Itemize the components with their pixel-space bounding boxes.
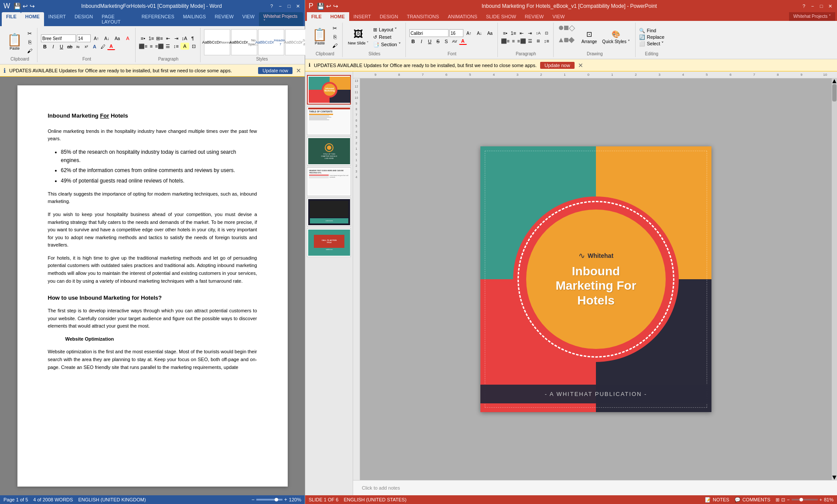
- scroll-thumb[interactable]: [832, 84, 837, 101]
- decrease-indent-btn[interactable]: ⇤: [164, 35, 172, 42]
- line-spacing-btn[interactable]: ↕≡: [172, 43, 180, 50]
- underline-button[interactable]: U: [58, 43, 65, 50]
- section-button[interactable]: 📑 Section ˅: [371, 41, 403, 48]
- font-size-input[interactable]: [77, 34, 91, 42]
- ppt-font-size-input[interactable]: [449, 29, 463, 37]
- style-heading7[interactable]: AaBbCcDrHeading 7: [258, 29, 284, 55]
- ppt-align-left-btn[interactable]: ⬛≡: [501, 37, 509, 44]
- slide-thumb-2[interactable]: 2 TABLE OF CONTENTS: [307, 106, 351, 135]
- ppt-redo-icon[interactable]: ↪: [333, 3, 338, 10]
- ppt-copy-button[interactable]: ⎘: [330, 33, 340, 41]
- clear-format-btn[interactable]: A: [123, 34, 133, 42]
- ppt-italic-button[interactable]: I: [418, 38, 425, 45]
- slide-thumb-4[interactable]: 4 HEADER TEXT GOES HERE AND CAN BE TRUST…: [307, 167, 351, 196]
- sort-btn[interactable]: ↕A: [180, 35, 188, 42]
- save-icon[interactable]: 💾: [14, 3, 21, 10]
- ppt-find-button[interactable]: 🔍 Find: [639, 28, 664, 34]
- ppt-select-button[interactable]: ⬜ Select ˅: [639, 41, 664, 47]
- slide-thumb-6[interactable]: 6 CALL-TO-ACTIONTITLE subtitle text: [307, 228, 351, 257]
- slide-panel[interactable]: 1 InboundMarketing: [305, 71, 353, 495]
- border-btn[interactable]: ⊡: [190, 43, 197, 50]
- bullet-list-btn[interactable]: ≡•: [139, 35, 147, 42]
- font-name-input[interactable]: [41, 34, 76, 42]
- ppt-font-name-input[interactable]: [409, 29, 449, 37]
- style-normal[interactable]: AaBbCcDrNormal: [204, 29, 230, 55]
- align-center-btn[interactable]: ≡: [147, 43, 155, 50]
- ppt-strikethrough-button[interactable]: S: [434, 38, 442, 45]
- ppt-replace-button[interactable]: 🔄 Replace: [639, 34, 664, 40]
- ppt-underline-button[interactable]: U: [426, 38, 434, 45]
- shape-diamond2[interactable]: [568, 37, 575, 43]
- font-color-button[interactable]: A: [107, 43, 115, 50]
- shading-btn[interactable]: A: [180, 43, 189, 50]
- ppt-tab-transitions[interactable]: TRANSITIONS: [402, 12, 443, 21]
- ppt-undo-icon[interactable]: ↩: [326, 3, 331, 10]
- ppt-update-btn[interactable]: Update now: [540, 62, 575, 69]
- layout-button[interactable]: ⊞ Layout ˅: [371, 27, 403, 33]
- ppt-numbered-btn[interactable]: 1≡: [510, 30, 517, 37]
- new-slide-button[interactable]: 🖼 New Slide ˅: [346, 27, 371, 47]
- ppt-tab-file[interactable]: FILE: [307, 12, 326, 21]
- numbered-list-btn[interactable]: 1≡: [147, 35, 155, 42]
- decrease-font-btn[interactable]: A↓: [102, 34, 112, 42]
- ppt-zoom-out-btn[interactable]: −: [787, 497, 789, 502]
- slide-thumb-3[interactable]: 3 TITLE OF THISCHAPTER SHOULDLIVE HERE: [307, 137, 351, 166]
- ppt-convert-smart-art-btn[interactable]: ⊡: [543, 30, 551, 37]
- slide-thumb-5[interactable]: 5 content area: [307, 198, 351, 227]
- ppt-decrease-font-btn[interactable]: A↓: [475, 29, 484, 37]
- cut-button[interactable]: ✂: [25, 30, 34, 37]
- minimize-btn[interactable]: −: [277, 3, 284, 10]
- tab-view[interactable]: VIEW: [238, 12, 259, 26]
- ppt-shadow-button[interactable]: S: [442, 38, 450, 45]
- ppt-format-painter-button[interactable]: 🖌: [330, 42, 340, 50]
- word-zoom-out-btn[interactable]: −: [252, 497, 255, 503]
- ppt-tab-view[interactable]: VIEW: [548, 12, 569, 21]
- word-doc-area[interactable]: Inbound Marketing For Hotels Online mark…: [0, 77, 305, 495]
- ppt-comments-icon[interactable]: 💬: [735, 497, 741, 503]
- word-zoom-in-btn[interactable]: +: [284, 497, 287, 503]
- ppt-update-close[interactable]: ✕: [578, 62, 583, 69]
- text-effect-button[interactable]: A: [91, 43, 99, 50]
- copy-button[interactable]: ⎘: [25, 38, 34, 46]
- show-paragraph-btn[interactable]: ¶: [189, 35, 197, 42]
- scroll-up-btn[interactable]: ▲: [832, 78, 837, 84]
- ppt-notes-area[interactable]: Click to add notes: [353, 480, 837, 495]
- tab-references[interactable]: REFERENCES: [137, 12, 179, 26]
- increase-indent-btn[interactable]: ⇥: [172, 35, 180, 42]
- ppt-paste-button[interactable]: 📋 Paste: [310, 27, 329, 47]
- increase-font-btn[interactable]: A↑: [92, 34, 101, 42]
- change-case-btn[interactable]: Aa: [112, 34, 122, 42]
- shape-circle[interactable]: [559, 26, 563, 30]
- ppt-char-spacing-btn[interactable]: AV: [451, 38, 459, 45]
- tab-insert[interactable]: INSERT: [44, 12, 70, 26]
- redo-icon[interactable]: ↪: [30, 3, 35, 10]
- ppt-view-slide-sorter-btn[interactable]: ⊡: [781, 497, 785, 503]
- shape-diamond[interactable]: [569, 25, 575, 31]
- word-zoom-slider[interactable]: [256, 499, 282, 501]
- ppt-close-btn[interactable]: ✕: [827, 3, 834, 10]
- ppt-scrollbar-v[interactable]: ▲ ▼: [832, 78, 837, 480]
- ppt-tab-review[interactable]: REVIEW: [521, 12, 548, 21]
- multilevel-list-btn[interactable]: ⊞≡: [156, 35, 163, 42]
- shape-rect[interactable]: [564, 26, 568, 30]
- ppt-font-color-btn[interactable]: A: [459, 38, 467, 45]
- ppt-text-direction-btn[interactable]: ↕A: [534, 30, 542, 37]
- text-highlight-button[interactable]: 🖊: [99, 43, 107, 50]
- bold-button[interactable]: B: [41, 43, 49, 50]
- align-left-btn[interactable]: ⬛≡: [139, 43, 147, 50]
- tab-home[interactable]: HOME: [21, 12, 44, 26]
- close-btn[interactable]: ✕: [294, 3, 301, 10]
- whitehat-projects-btn[interactable]: Whitehat Projects ˅: [259, 12, 303, 26]
- justify-btn[interactable]: ☰: [164, 43, 172, 50]
- ppt-zoom-in-btn[interactable]: +: [820, 497, 822, 502]
- italic-button[interactable]: I: [49, 43, 57, 50]
- ppt-align-right-btn[interactable]: ≡⬛: [518, 37, 526, 44]
- tab-design[interactable]: DESIGN: [70, 12, 97, 26]
- ppt-bold-button[interactable]: B: [409, 38, 417, 45]
- ppt-decrease-indent-btn[interactable]: ⇤: [518, 30, 526, 37]
- ppt-save-icon[interactable]: 💾: [317, 3, 324, 10]
- ppt-col-count-btn[interactable]: ⊞: [534, 37, 542, 44]
- ppt-whitehat-projects-btn[interactable]: Whitehat Projects ˅: [789, 12, 835, 21]
- shape-triangle[interactable]: [559, 38, 563, 42]
- ppt-justify-btn[interactable]: ☰: [526, 37, 534, 44]
